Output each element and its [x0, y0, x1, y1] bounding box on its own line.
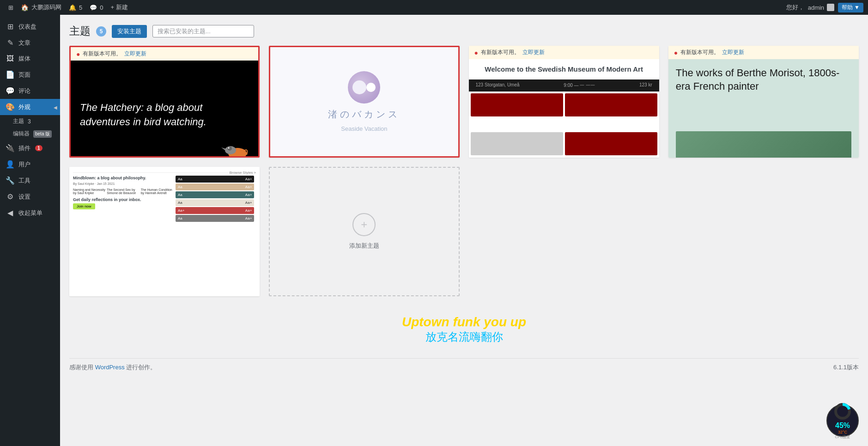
- comment-icon: 💬: [90, 4, 97, 11]
- add-theme-plus-icon: +: [352, 213, 376, 236]
- sakura-title: 渚のバカンス: [328, 108, 400, 121]
- main-content: 主题 5 安装主题 ● 有新版本可用。 立即更新 The Hatchery: a…: [60, 15, 868, 446]
- sidebar-item-posts[interactable]: ✎ 文章: [0, 35, 60, 51]
- add-theme-card[interactable]: + 添加新主题: [269, 167, 459, 296]
- bell-icon: 🔔: [69, 4, 76, 11]
- update-link-twentytwenty[interactable]: 立即更新: [522, 49, 545, 56]
- theme-screenshot-twentytwenty: Welcome to the Swedish Museum of Modern …: [469, 59, 659, 158]
- tt3-posts: Mindblown: a blog about philosophy. By S…: [73, 176, 174, 222]
- cpu-widget: 45% 32°C CPU温度: [826, 404, 859, 437]
- help-button[interactable]: 帮助 ▼: [838, 3, 863, 12]
- footer-left: 感谢使用 WordPress 进行创作。: [69, 363, 156, 372]
- tt1-title: The works of Berthe Morisot, 1800s-era F…: [676, 67, 851, 93]
- chevron-right-icon: ◀: [54, 104, 57, 110]
- cpu-label: CPU温度: [835, 434, 850, 440]
- admin-bar-right: 您好， admin 帮助 ▼: [786, 0, 863, 15]
- sidebar-item-pages[interactable]: 📄 页面: [0, 67, 60, 83]
- plugins-icon: 🔌: [6, 144, 15, 153]
- bird-illustration: [217, 137, 254, 158]
- pages-icon: 📄: [6, 70, 15, 79]
- theme-screenshot-twentytwentythree: Browse Styles > Mindblown: a blog about …: [69, 167, 260, 296]
- update-icon-3: ●: [674, 49, 678, 56]
- theme-card-twentytwentytwo[interactable]: ● 有新版本可用。 立即更新 The Hatchery: a blog abou…: [69, 46, 260, 158]
- beta-badge: beta 版: [33, 130, 52, 138]
- wp-wrap: ⊞ 仪表盘 ✎ 文章 🖼 媒体 📄 页面 💬 评论 🎨 外观 ◀ 主题 3: [0, 0, 868, 446]
- media-icon: 🖼: [6, 55, 15, 63]
- themes-count-badge: 5: [96, 26, 106, 37]
- cpu-temp: 32°C: [838, 430, 847, 434]
- sidebar-item-editor[interactable]: 编辑器 beta 版: [0, 128, 60, 140]
- update-link-twentytwentytwo[interactable]: 立即更新: [124, 50, 146, 58]
- notifications[interactable]: 🔔 5: [65, 0, 86, 15]
- wp-logo-icon: ⊞: [8, 4, 13, 11]
- tt-nav: 123 Storgatan, Umeå 9:00 — 一 一一 123 kr: [469, 79, 659, 92]
- admin-bar: ⊞ 🏠 大鹏源码网 🔔 5 💬 0 + 新建 您好， admin 帮助 ▼: [0, 0, 868, 15]
- users-icon: 👤: [6, 160, 15, 169]
- site-icon: 🏠: [21, 4, 29, 11]
- cpu-donut-chart: [833, 402, 852, 422]
- dashboard-icon: ⊞: [6, 22, 15, 31]
- sidebar-item-themes[interactable]: 主题 3: [0, 115, 60, 128]
- theme-card-sakurairo[interactable]: 渚のバカンス Seaside Vacation Sakurairo: [269, 46, 459, 158]
- site-name[interactable]: 🏠 大鹏源码网: [17, 0, 65, 15]
- sakura-subtitle: Seaside Vacation: [341, 125, 387, 132]
- music-line1: Uptown funk you up: [69, 315, 859, 330]
- wordpress-link[interactable]: WordPress: [95, 364, 125, 371]
- theme-card-twentytwentythree[interactable]: Browse Styles > Mindblown: a blog about …: [69, 167, 260, 296]
- theme-card-twentytwentyone[interactable]: ● 有新版本可用。 立即更新 The works of Berthe Moris…: [668, 46, 859, 158]
- update-icon-2: ●: [474, 49, 478, 56]
- update-icon: ●: [76, 50, 80, 58]
- posts-icon: ✎: [6, 38, 15, 47]
- sidebar-item-dashboard[interactable]: ⊞ 仪表盘: [0, 18, 60, 35]
- update-notice-twentytwentytwo: ● 有新版本可用。 立即更新: [71, 47, 258, 61]
- theme-footer-sakurairo: Sakurairo: [270, 156, 458, 158]
- sidebar-item-users[interactable]: 👤 用户: [0, 156, 60, 172]
- tt3-header-text: Browse Styles >: [73, 171, 256, 173]
- admin-user[interactable]: admin: [806, 0, 836, 15]
- settings-icon: ⚙: [6, 192, 15, 201]
- tools-icon: 🔧: [6, 176, 15, 185]
- theme-screenshot-sakurairo: 渚のバカンス Seaside Vacation: [270, 47, 458, 156]
- admin-menu: ⊞ 仪表盘 ✎ 文章 🖼 媒体 📄 页面 💬 评论 🎨 外观 ◀ 主题 3: [0, 15, 60, 446]
- page-header: 主题 5 安装主题: [69, 24, 859, 38]
- theme-screenshot-twentytwentyone: The works of Berthe Morisot, 1800s-era F…: [668, 59, 859, 158]
- sidebar-item-settings[interactable]: ⚙ 设置: [0, 189, 60, 205]
- wp-logo[interactable]: ⊞: [5, 0, 17, 15]
- tt-header: Welcome to the Swedish Museum of Modern …: [469, 59, 659, 79]
- tt1-image: [676, 131, 851, 158]
- cpu-percent: 45%: [835, 422, 850, 430]
- sidebar-item-tools[interactable]: 🔧 工具: [0, 172, 60, 189]
- sidebar-item-appearance[interactable]: 🎨 外观 ◀: [0, 99, 60, 115]
- sakura-logo: [348, 71, 380, 104]
- themes-grid: ● 有新版本可用。 立即更新 The Hatchery: a blog abou…: [69, 46, 859, 296]
- themes-badge: 3: [28, 118, 31, 125]
- sidebar-item-media[interactable]: 🖼 媒体: [0, 51, 60, 67]
- svg-point-3: [228, 147, 230, 148]
- page-title: 主题: [69, 24, 91, 38]
- theme-screenshot-twentytwentytwo: The Hatchery: a blog about adventures in…: [71, 61, 258, 158]
- music-line2: 放克名流嗨翻你: [69, 330, 859, 344]
- wp-footer: 感谢使用 WordPress 进行创作。 6.1.1版本: [69, 358, 859, 376]
- sidebar-item-collapse[interactable]: ◀ 收起菜单: [0, 205, 60, 221]
- admin-avatar: [827, 4, 834, 11]
- footer-version: 6.1.1版本: [833, 363, 859, 372]
- theme-card-twentytwenty[interactable]: ● 有新版本可用。 立即更新 Welcome to the Swedish Mu…: [469, 46, 659, 158]
- theme-preview-text: The Hatchery: a blog about adventures in…: [80, 101, 249, 129]
- tt3-swatches: Aa Aa+ Aa Aa+ Aa Aa+ Aa Aa+ Aa+ Aa+ Aa A…: [176, 176, 254, 222]
- new-content[interactable]: + 新建: [107, 0, 131, 15]
- svg-point-2: [227, 146, 232, 151]
- appearance-icon: 🎨: [6, 103, 15, 111]
- add-theme-label: 添加新主题: [349, 242, 379, 250]
- sidebar-item-plugins[interactable]: 🔌 插件 1: [0, 140, 60, 156]
- search-themes-input[interactable]: [152, 25, 254, 37]
- comments-icon: 💬: [6, 86, 15, 95]
- update-link-twentytwentyone[interactable]: 立即更新: [722, 49, 744, 56]
- music-banner: Uptown funk you up 放克名流嗨翻你: [69, 305, 859, 349]
- plugins-badge: 1: [35, 145, 42, 151]
- install-theme-button[interactable]: 安装主题: [112, 25, 147, 38]
- collapse-icon: ◀: [6, 208, 15, 217]
- comments-count[interactable]: 💬 0: [86, 0, 107, 15]
- update-notice-twentytwenty: ● 有新版本可用。 立即更新: [469, 46, 659, 59]
- tt-content: [469, 92, 659, 158]
- sidebar-item-comments[interactable]: 💬 评论: [0, 83, 60, 99]
